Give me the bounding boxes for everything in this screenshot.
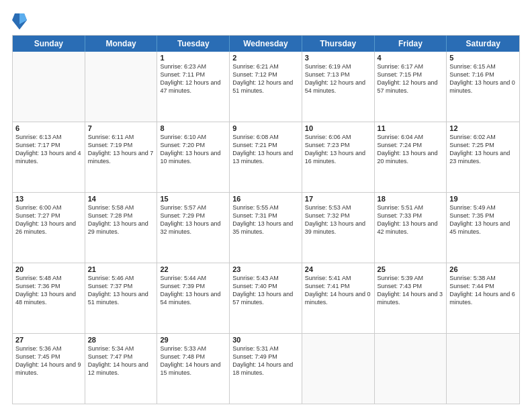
day-number: 19 (449, 195, 517, 203)
day-info: Sunrise: 5:31 AM Sunset: 7:49 PM Dayligh… (232, 345, 299, 377)
calendar-cell-1: 1Sunrise: 6:23 AM Sunset: 7:11 PM Daylig… (157, 52, 230, 122)
day-info: Sunrise: 5:44 AM Sunset: 7:39 PM Dayligh… (160, 274, 226, 307)
calendar-cell-16: 16Sunrise: 5:55 AM Sunset: 7:31 PM Dayli… (230, 193, 302, 263)
day-header-saturday: Saturday (447, 36, 519, 52)
day-number: 23 (232, 265, 299, 273)
day-number: 14 (88, 195, 154, 203)
day-header-friday: Friday (375, 36, 447, 52)
day-info: Sunrise: 6:10 AM Sunset: 7:20 PM Dayligh… (160, 133, 226, 166)
calendar-cell-5: 5Sunrise: 6:15 AM Sunset: 7:16 PM Daylig… (447, 52, 519, 122)
day-number: 18 (378, 195, 444, 203)
calendar-cell-18: 18Sunrise: 5:51 AM Sunset: 7:33 PM Dayli… (375, 193, 447, 263)
calendar-cell-21: 21Sunrise: 5:46 AM Sunset: 7:37 PM Dayli… (85, 263, 158, 333)
day-number: 17 (305, 195, 371, 203)
day-number: 13 (15, 195, 82, 203)
day-info: Sunrise: 5:48 AM Sunset: 7:36 PM Dayligh… (15, 274, 82, 307)
calendar-cell-empty-4-5 (375, 334, 447, 404)
day-number: 20 (15, 265, 82, 273)
day-info: Sunrise: 6:17 AM Sunset: 7:15 PM Dayligh… (378, 62, 444, 95)
day-info: Sunrise: 5:49 AM Sunset: 7:35 PM Dayligh… (449, 203, 517, 236)
day-info: Sunrise: 6:19 AM Sunset: 7:13 PM Dayligh… (305, 62, 371, 95)
day-number: 6 (15, 124, 82, 132)
calendar-cell-8: 8Sunrise: 6:10 AM Sunset: 7:20 PM Daylig… (157, 122, 230, 192)
day-number: 2 (232, 54, 299, 62)
day-info: Sunrise: 5:57 AM Sunset: 7:29 PM Dayligh… (160, 203, 226, 236)
calendar-cell-20: 20Sunrise: 5:48 AM Sunset: 7:36 PM Dayli… (13, 263, 85, 333)
day-header-tuesday: Tuesday (157, 36, 230, 52)
day-number: 24 (305, 265, 371, 273)
calendar-cell-19: 19Sunrise: 5:49 AM Sunset: 7:35 PM Dayli… (447, 193, 519, 263)
day-number: 9 (232, 124, 299, 132)
calendar-cell-6: 6Sunrise: 6:13 AM Sunset: 7:17 PM Daylig… (13, 122, 85, 192)
day-number: 29 (160, 336, 226, 344)
logo-icon (12, 11, 27, 30)
calendar-cell-12: 12Sunrise: 6:02 AM Sunset: 7:25 PM Dayli… (447, 122, 519, 192)
day-header-wednesday: Wednesday (230, 36, 302, 52)
calendar-cell-13: 13Sunrise: 6:00 AM Sunset: 7:27 PM Dayli… (13, 193, 85, 263)
calendar-cell-15: 15Sunrise: 5:57 AM Sunset: 7:29 PM Dayli… (157, 193, 230, 263)
day-info: Sunrise: 6:13 AM Sunset: 7:17 PM Dayligh… (15, 133, 82, 166)
calendar-cell-24: 24Sunrise: 5:41 AM Sunset: 7:41 PM Dayli… (302, 263, 375, 333)
day-number: 5 (449, 54, 517, 62)
calendar-cell-4: 4Sunrise: 6:17 AM Sunset: 7:15 PM Daylig… (375, 52, 447, 122)
day-info: Sunrise: 5:46 AM Sunset: 7:37 PM Dayligh… (88, 274, 154, 307)
day-info: Sunrise: 6:21 AM Sunset: 7:12 PM Dayligh… (232, 62, 299, 95)
calendar-cell-empty-0-0 (13, 52, 85, 122)
calendar-cell-2: 2Sunrise: 6:21 AM Sunset: 7:12 PM Daylig… (230, 52, 302, 122)
day-info: Sunrise: 5:55 AM Sunset: 7:31 PM Dayligh… (232, 203, 299, 236)
day-number: 27 (15, 336, 82, 344)
day-info: Sunrise: 5:53 AM Sunset: 7:32 PM Dayligh… (305, 203, 371, 236)
day-number: 15 (160, 195, 226, 203)
calendar-header: SundayMondayTuesdayWednesdayThursdayFrid… (13, 36, 519, 52)
day-info: Sunrise: 6:23 AM Sunset: 7:11 PM Dayligh… (160, 62, 226, 95)
calendar-cell-22: 22Sunrise: 5:44 AM Sunset: 7:39 PM Dayli… (157, 263, 230, 333)
day-info: Sunrise: 5:36 AM Sunset: 7:45 PM Dayligh… (15, 345, 82, 377)
day-number: 3 (305, 54, 371, 62)
day-number: 7 (88, 124, 154, 132)
day-info: Sunrise: 6:04 AM Sunset: 7:24 PM Dayligh… (378, 133, 444, 166)
day-number: 21 (88, 265, 154, 273)
day-info: Sunrise: 6:08 AM Sunset: 7:21 PM Dayligh… (232, 133, 299, 166)
day-info: Sunrise: 5:43 AM Sunset: 7:40 PM Dayligh… (232, 274, 299, 307)
day-info: Sunrise: 6:15 AM Sunset: 7:16 PM Dayligh… (449, 62, 517, 95)
calendar-cell-7: 7Sunrise: 6:11 AM Sunset: 7:19 PM Daylig… (85, 122, 158, 192)
calendar-row-0: 1Sunrise: 6:23 AM Sunset: 7:11 PM Daylig… (13, 52, 519, 122)
calendar-cell-23: 23Sunrise: 5:43 AM Sunset: 7:40 PM Dayli… (230, 263, 302, 333)
day-number: 16 (232, 195, 299, 203)
day-number: 11 (378, 124, 444, 132)
calendar-row-1: 6Sunrise: 6:13 AM Sunset: 7:17 PM Daylig… (13, 122, 519, 192)
day-info: Sunrise: 6:11 AM Sunset: 7:19 PM Dayligh… (88, 133, 154, 166)
day-number: 22 (160, 265, 226, 273)
day-info: Sunrise: 5:34 AM Sunset: 7:47 PM Dayligh… (88, 345, 154, 377)
calendar-row-2: 13Sunrise: 6:00 AM Sunset: 7:27 PM Dayli… (13, 192, 519, 263)
calendar-cell-11: 11Sunrise: 6:04 AM Sunset: 7:24 PM Dayli… (375, 122, 447, 192)
calendar-row-3: 20Sunrise: 5:48 AM Sunset: 7:36 PM Dayli… (13, 263, 519, 333)
page: SundayMondayTuesdayWednesdayThursdayFrid… (0, 0, 532, 411)
day-number: 8 (160, 124, 226, 132)
day-number: 1 (160, 54, 226, 62)
logo (12, 11, 30, 30)
calendar-cell-empty-4-4 (302, 334, 375, 404)
day-info: Sunrise: 5:41 AM Sunset: 7:41 PM Dayligh… (305, 274, 371, 307)
calendar-cell-17: 17Sunrise: 5:53 AM Sunset: 7:32 PM Dayli… (302, 193, 375, 263)
calendar-row-4: 27Sunrise: 5:36 AM Sunset: 7:45 PM Dayli… (13, 333, 519, 404)
day-number: 28 (88, 336, 154, 344)
day-info: Sunrise: 5:39 AM Sunset: 7:43 PM Dayligh… (378, 274, 444, 307)
calendar-cell-14: 14Sunrise: 5:58 AM Sunset: 7:28 PM Dayli… (85, 193, 158, 263)
calendar-cell-empty-0-1 (85, 52, 158, 122)
day-info: Sunrise: 5:58 AM Sunset: 7:28 PM Dayligh… (88, 203, 154, 236)
day-info: Sunrise: 6:02 AM Sunset: 7:25 PM Dayligh… (449, 133, 517, 166)
calendar: SundayMondayTuesdayWednesdayThursdayFrid… (12, 35, 520, 404)
day-header-sunday: Sunday (13, 36, 85, 52)
calendar-cell-empty-4-6 (447, 334, 519, 404)
calendar-cell-26: 26Sunrise: 5:38 AM Sunset: 7:44 PM Dayli… (447, 263, 519, 333)
day-info: Sunrise: 5:38 AM Sunset: 7:44 PM Dayligh… (449, 274, 517, 307)
day-info: Sunrise: 5:33 AM Sunset: 7:48 PM Dayligh… (160, 345, 226, 377)
calendar-cell-25: 25Sunrise: 5:39 AM Sunset: 7:43 PM Dayli… (375, 263, 447, 333)
day-info: Sunrise: 5:51 AM Sunset: 7:33 PM Dayligh… (378, 203, 444, 236)
calendar-cell-10: 10Sunrise: 6:06 AM Sunset: 7:23 PM Dayli… (302, 122, 375, 192)
day-header-thursday: Thursday (302, 36, 375, 52)
day-number: 4 (378, 54, 444, 62)
day-info: Sunrise: 6:06 AM Sunset: 7:23 PM Dayligh… (305, 133, 371, 166)
day-number: 12 (449, 124, 517, 132)
